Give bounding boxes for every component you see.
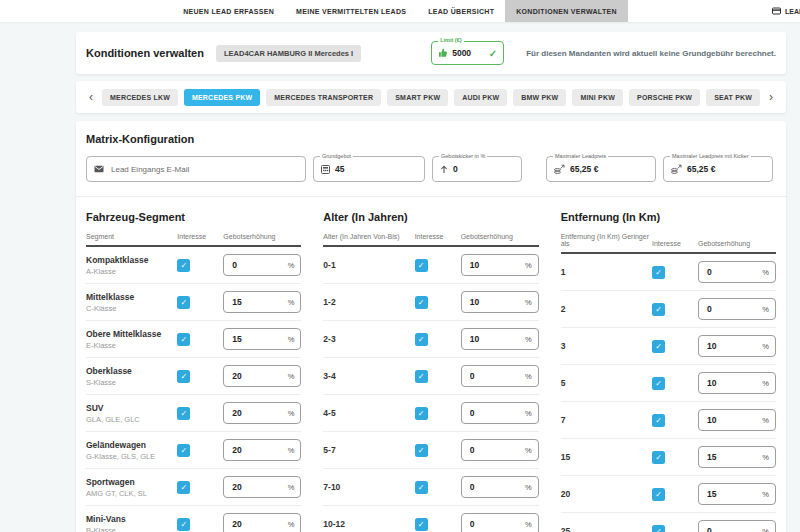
bid-increase-input[interactable] (705, 525, 745, 532)
interest-checkbox[interactable]: ✓ (652, 266, 665, 279)
interest-checkbox[interactable]: ✓ (652, 340, 665, 353)
interest-checkbox[interactable]: ✓ (652, 525, 665, 532)
bid-increase-field[interactable]: % (461, 328, 539, 350)
brand-tab-3[interactable]: Smart PKW (387, 89, 448, 106)
bid-increase-input[interactable] (468, 444, 508, 456)
bid-increase-field[interactable]: % (223, 365, 301, 387)
bid-increase-input[interactable] (230, 333, 270, 345)
bid-increase-input[interactable] (230, 481, 270, 493)
brand-tab-1[interactable]: Mercedes PKW (184, 89, 260, 106)
limit-field[interactable]: Limit (€) 5000 ✓ (431, 41, 504, 65)
interest-checkbox[interactable]: ✓ (415, 370, 428, 383)
interest-checkbox[interactable]: ✓ (177, 518, 190, 531)
bid-increase-field[interactable]: % (698, 446, 776, 468)
bid-increase-field[interactable]: % (461, 291, 539, 313)
bid-increase-field[interactable]: % (461, 439, 539, 461)
bid-increase-field[interactable]: % (223, 439, 301, 461)
bid-increase-input[interactable] (705, 414, 745, 426)
interest-checkbox[interactable]: ✓ (177, 444, 190, 457)
bid-increase-input[interactable] (468, 333, 508, 345)
bid-increase-input[interactable] (705, 340, 745, 352)
interest-checkbox[interactable]: ✓ (415, 259, 428, 272)
matrix-field-0[interactable]: Grundgebot45 (313, 156, 425, 182)
bid-increase-field[interactable]: % (223, 254, 301, 276)
interest-checkbox[interactable]: ✓ (177, 481, 190, 494)
matrix-field-1[interactable]: Gebotskicker in %0 (432, 156, 522, 182)
bid-cell: % (461, 254, 539, 276)
interest-checkbox[interactable]: ✓ (177, 296, 190, 309)
bid-increase-input[interactable] (705, 377, 745, 389)
brand-tab-6[interactable]: Mini PKW (572, 89, 623, 106)
bid-cell: % (461, 476, 539, 498)
bid-increase-field[interactable]: % (698, 483, 776, 505)
interest-checkbox[interactable]: ✓ (415, 518, 428, 531)
bid-increase-input[interactable] (705, 451, 745, 463)
bid-increase-input[interactable] (230, 444, 270, 456)
bid-increase-field[interactable]: % (698, 335, 776, 357)
interest-checkbox[interactable]: ✓ (415, 333, 428, 346)
bid-increase-field[interactable]: % (461, 402, 539, 424)
brand-tab-5[interactable]: BMW PKW (513, 89, 566, 106)
interest-checkbox[interactable]: ✓ (652, 488, 665, 501)
bid-increase-field[interactable]: % (698, 409, 776, 431)
bid-increase-input[interactable] (230, 296, 270, 308)
brand-tab-2[interactable]: Mercedes Transporter (266, 89, 381, 106)
bid-increase-field[interactable]: % (461, 513, 539, 532)
interest-checkbox[interactable]: ✓ (415, 444, 428, 457)
interest-checkbox[interactable]: ✓ (177, 370, 190, 383)
bid-increase-field[interactable]: % (223, 513, 301, 532)
bid-cell: % (698, 409, 776, 431)
interest-checkbox[interactable]: ✓ (415, 481, 428, 494)
brand-tab-4[interactable]: Audi PKW (454, 89, 507, 106)
bid-increase-input[interactable] (468, 518, 508, 530)
bid-increase-field[interactable]: % (698, 298, 776, 320)
interest-checkbox[interactable]: ✓ (177, 259, 190, 272)
nav-item-1[interactable]: Meine vermittelten Leads (285, 0, 417, 22)
interest-checkbox[interactable]: ✓ (652, 377, 665, 390)
bid-increase-input[interactable] (230, 407, 270, 419)
bid-increase-field[interactable]: % (461, 254, 539, 276)
bid-increase-input[interactable] (468, 481, 508, 493)
interest-checkbox[interactable]: ✓ (652, 303, 665, 316)
bid-increase-field[interactable]: % (223, 291, 301, 313)
bid-increase-input[interactable] (705, 488, 745, 500)
chevron-right-icon[interactable]: › (764, 90, 778, 104)
limit-value: 5000 (452, 48, 471, 58)
matrix-field-2[interactable]: Maximaler Leadpreis65,25 € (546, 156, 656, 182)
brand-tab-7[interactable]: Porsche PKW (629, 89, 700, 106)
bid-increase-field[interactable]: % (698, 261, 776, 283)
interest-checkbox[interactable]: ✓ (652, 451, 665, 464)
bid-increase-input[interactable] (230, 370, 270, 382)
interest-checkbox[interactable]: ✓ (652, 414, 665, 427)
nav-item-2[interactable]: Lead Übersicht (417, 0, 505, 22)
matrix-field-3[interactable]: Maximaler Leadpreis mit Kicker65,25 € (663, 156, 773, 182)
bid-increase-field[interactable]: % (223, 328, 301, 350)
bid-increase-input[interactable] (230, 259, 270, 271)
chevron-left-icon[interactable]: ‹ (84, 90, 98, 104)
bid-increase-field[interactable]: % (223, 476, 301, 498)
lead-email-field[interactable] (86, 156, 306, 182)
bid-increase-field[interactable]: % (698, 372, 776, 394)
nav-account[interactable]: LEAD (772, 0, 800, 22)
bid-increase-input[interactable] (468, 296, 508, 308)
bid-increase-field[interactable]: % (461, 365, 539, 387)
nav-item-3[interactable]: Konditionen verwalten (505, 0, 628, 22)
bid-increase-input[interactable] (468, 259, 508, 271)
brand-tab-0[interactable]: Mercedes LKW (102, 89, 178, 106)
interest-checkbox[interactable]: ✓ (177, 407, 190, 420)
bid-increase-input[interactable] (468, 407, 508, 419)
bid-increase-field[interactable]: % (461, 476, 539, 498)
interest-checkbox[interactable]: ✓ (177, 333, 190, 346)
bid-increase-input[interactable] (230, 518, 270, 530)
row-sub-label: S-Klasse (86, 378, 177, 387)
interest-checkbox[interactable]: ✓ (415, 296, 428, 309)
interest-checkbox[interactable]: ✓ (415, 407, 428, 420)
nav-item-0[interactable]: Neuen Lead erfassen (172, 0, 285, 22)
brand-tab-8[interactable]: Seat PKW (706, 89, 760, 106)
bid-increase-field[interactable]: % (223, 402, 301, 424)
bid-increase-input[interactable] (705, 303, 745, 315)
bid-increase-input[interactable] (705, 266, 745, 278)
lead-email-input[interactable] (109, 164, 298, 175)
bid-increase-input[interactable] (468, 370, 508, 382)
bid-increase-field[interactable]: % (698, 520, 776, 532)
